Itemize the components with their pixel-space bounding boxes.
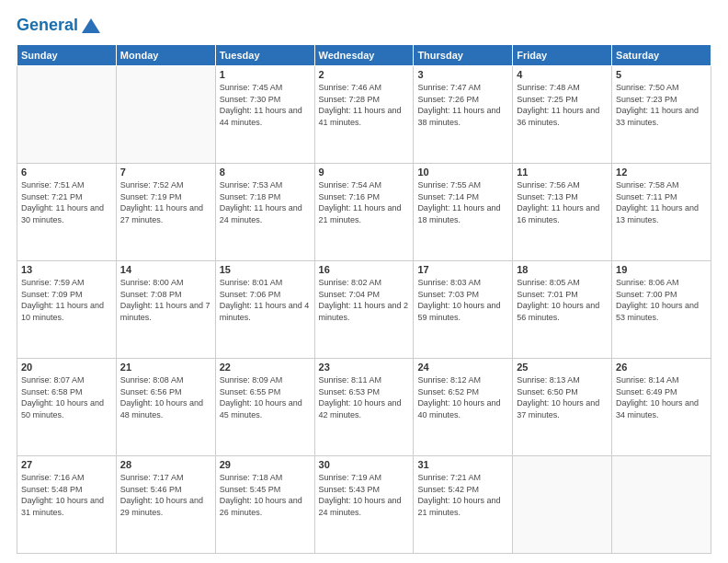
- day-cell: 1Sunrise: 7:45 AM Sunset: 7:30 PM Daylig…: [215, 66, 314, 164]
- col-header-wednesday: Wednesday: [314, 45, 414, 66]
- day-info: Sunrise: 8:03 AM Sunset: 7:03 PM Dayligh…: [417, 277, 508, 323]
- day-number: 7: [120, 167, 211, 178]
- day-number: 8: [220, 167, 311, 178]
- col-header-tuesday: Tuesday: [215, 45, 314, 66]
- page: General SundayMondayTuesdayWednesdayThur…: [0, 0, 728, 563]
- day-info: Sunrise: 7:54 AM Sunset: 7:16 PM Dayligh…: [319, 179, 410, 225]
- day-cell: 12Sunrise: 7:58 AM Sunset: 7:11 PM Dayli…: [612, 164, 711, 261]
- day-cell: 27Sunrise: 7:16 AM Sunset: 5:48 PM Dayli…: [17, 456, 117, 554]
- day-cell: [116, 66, 215, 164]
- day-number: 11: [517, 167, 608, 178]
- day-info: Sunrise: 7:19 AM Sunset: 5:43 PM Dayligh…: [319, 472, 410, 518]
- week-row-1: 1Sunrise: 7:45 AM Sunset: 7:30 PM Daylig…: [17, 66, 711, 164]
- day-cell: 5Sunrise: 7:50 AM Sunset: 7:23 PM Daylig…: [612, 66, 711, 164]
- day-info: Sunrise: 7:45 AM Sunset: 7:30 PM Dayligh…: [220, 82, 311, 128]
- day-info: Sunrise: 8:01 AM Sunset: 7:06 PM Dayligh…: [220, 277, 311, 323]
- day-cell: 19Sunrise: 8:06 AM Sunset: 7:00 PM Dayli…: [612, 261, 711, 359]
- day-info: Sunrise: 8:12 AM Sunset: 6:52 PM Dayligh…: [417, 374, 508, 420]
- day-number: 20: [21, 362, 112, 373]
- day-cell: 25Sunrise: 8:13 AM Sunset: 6:50 PM Dayli…: [513, 359, 612, 456]
- col-header-monday: Monday: [116, 45, 215, 66]
- week-row-5: 27Sunrise: 7:16 AM Sunset: 5:48 PM Dayli…: [17, 456, 711, 554]
- day-cell: 23Sunrise: 8:11 AM Sunset: 6:53 PM Dayli…: [314, 359, 414, 456]
- day-number: 21: [120, 362, 211, 373]
- day-info: Sunrise: 7:18 AM Sunset: 5:45 PM Dayligh…: [220, 472, 311, 518]
- day-info: Sunrise: 7:50 AM Sunset: 7:23 PM Dayligh…: [616, 82, 707, 128]
- logo: General: [17, 17, 102, 35]
- calendar-table: SundayMondayTuesdayWednesdayThursdayFrid…: [17, 44, 711, 554]
- day-number: 4: [517, 69, 608, 80]
- day-info: Sunrise: 7:53 AM Sunset: 7:18 PM Dayligh…: [220, 179, 311, 225]
- day-number: 9: [319, 167, 410, 178]
- day-cell: 11Sunrise: 7:56 AM Sunset: 7:13 PM Dayli…: [513, 164, 612, 261]
- day-info: Sunrise: 8:08 AM Sunset: 6:56 PM Dayligh…: [120, 374, 211, 420]
- day-number: 22: [220, 362, 311, 373]
- day-info: Sunrise: 7:46 AM Sunset: 7:28 PM Dayligh…: [319, 82, 410, 128]
- day-number: 24: [417, 362, 508, 373]
- day-number: 16: [319, 264, 410, 275]
- day-number: 28: [120, 459, 211, 470]
- day-number: 10: [417, 167, 508, 178]
- day-cell: 18Sunrise: 8:05 AM Sunset: 7:01 PM Dayli…: [513, 261, 612, 359]
- svg-marker-0: [82, 18, 100, 33]
- day-info: Sunrise: 8:11 AM Sunset: 6:53 PM Dayligh…: [319, 374, 410, 420]
- day-number: 2: [319, 69, 410, 80]
- day-number: 5: [616, 69, 707, 80]
- day-cell: 13Sunrise: 7:59 AM Sunset: 7:09 PM Dayli…: [17, 261, 117, 359]
- day-cell: 29Sunrise: 7:18 AM Sunset: 5:45 PM Dayli…: [215, 456, 314, 554]
- day-number: 6: [21, 167, 112, 178]
- day-info: Sunrise: 8:00 AM Sunset: 7:08 PM Dayligh…: [120, 277, 211, 323]
- day-cell: 22Sunrise: 8:09 AM Sunset: 6:55 PM Dayli…: [215, 359, 314, 456]
- day-number: 27: [21, 459, 112, 470]
- day-cell: 26Sunrise: 8:14 AM Sunset: 6:49 PM Dayli…: [612, 359, 711, 456]
- day-cell: 2Sunrise: 7:46 AM Sunset: 7:28 PM Daylig…: [314, 66, 414, 164]
- day-cell: 30Sunrise: 7:19 AM Sunset: 5:43 PM Dayli…: [314, 456, 414, 554]
- day-number: 30: [319, 459, 410, 470]
- col-header-saturday: Saturday: [612, 45, 711, 66]
- day-info: Sunrise: 8:06 AM Sunset: 7:00 PM Dayligh…: [616, 277, 707, 323]
- day-number: 23: [319, 362, 410, 373]
- day-number: 17: [417, 264, 508, 275]
- day-number: 25: [517, 362, 608, 373]
- day-number: 19: [616, 264, 707, 275]
- day-cell: 28Sunrise: 7:17 AM Sunset: 5:46 PM Dayli…: [116, 456, 215, 554]
- week-row-3: 13Sunrise: 7:59 AM Sunset: 7:09 PM Dayli…: [17, 261, 711, 359]
- day-cell: [612, 456, 711, 554]
- day-info: Sunrise: 7:56 AM Sunset: 7:13 PM Dayligh…: [517, 179, 608, 225]
- header-row: SundayMondayTuesdayWednesdayThursdayFrid…: [17, 45, 711, 66]
- day-number: 12: [616, 167, 707, 178]
- day-cell: 31Sunrise: 7:21 AM Sunset: 5:42 PM Dayli…: [414, 456, 513, 554]
- day-info: Sunrise: 8:07 AM Sunset: 6:58 PM Dayligh…: [21, 374, 112, 420]
- day-cell: 6Sunrise: 7:51 AM Sunset: 7:21 PM Daylig…: [17, 164, 117, 261]
- day-cell: 24Sunrise: 8:12 AM Sunset: 6:52 PM Dayli…: [414, 359, 513, 456]
- day-cell: 17Sunrise: 8:03 AM Sunset: 7:03 PM Dayli…: [414, 261, 513, 359]
- col-header-friday: Friday: [513, 45, 612, 66]
- day-cell: 10Sunrise: 7:55 AM Sunset: 7:14 PM Dayli…: [414, 164, 513, 261]
- day-info: Sunrise: 7:48 AM Sunset: 7:25 PM Dayligh…: [517, 82, 608, 128]
- day-number: 26: [616, 362, 707, 373]
- day-cell: 14Sunrise: 8:00 AM Sunset: 7:08 PM Dayli…: [116, 261, 215, 359]
- col-header-thursday: Thursday: [414, 45, 513, 66]
- day-info: Sunrise: 7:55 AM Sunset: 7:14 PM Dayligh…: [417, 179, 508, 225]
- day-cell: [513, 456, 612, 554]
- day-cell: 9Sunrise: 7:54 AM Sunset: 7:16 PM Daylig…: [314, 164, 414, 261]
- day-info: Sunrise: 8:13 AM Sunset: 6:50 PM Dayligh…: [517, 374, 608, 420]
- day-info: Sunrise: 8:14 AM Sunset: 6:49 PM Dayligh…: [616, 374, 707, 420]
- day-number: 3: [417, 69, 508, 80]
- day-info: Sunrise: 7:59 AM Sunset: 7:09 PM Dayligh…: [21, 277, 112, 323]
- day-info: Sunrise: 7:52 AM Sunset: 7:19 PM Dayligh…: [120, 179, 211, 225]
- day-info: Sunrise: 7:17 AM Sunset: 5:46 PM Dayligh…: [120, 472, 211, 518]
- day-cell: 16Sunrise: 8:02 AM Sunset: 7:04 PM Dayli…: [314, 261, 414, 359]
- day-cell: 7Sunrise: 7:52 AM Sunset: 7:19 PM Daylig…: [116, 164, 215, 261]
- day-cell: 3Sunrise: 7:47 AM Sunset: 7:26 PM Daylig…: [414, 66, 513, 164]
- day-cell: [17, 66, 117, 164]
- day-cell: 4Sunrise: 7:48 AM Sunset: 7:25 PM Daylig…: [513, 66, 612, 164]
- day-info: Sunrise: 7:21 AM Sunset: 5:42 PM Dayligh…: [417, 472, 508, 518]
- day-info: Sunrise: 8:09 AM Sunset: 6:55 PM Dayligh…: [220, 374, 311, 420]
- day-info: Sunrise: 7:47 AM Sunset: 7:26 PM Dayligh…: [417, 82, 508, 128]
- day-cell: 15Sunrise: 8:01 AM Sunset: 7:06 PM Dayli…: [215, 261, 314, 359]
- week-row-4: 20Sunrise: 8:07 AM Sunset: 6:58 PM Dayli…: [17, 359, 711, 456]
- day-cell: 21Sunrise: 8:08 AM Sunset: 6:56 PM Dayli…: [116, 359, 215, 456]
- col-header-sunday: Sunday: [17, 45, 117, 66]
- day-number: 18: [517, 264, 608, 275]
